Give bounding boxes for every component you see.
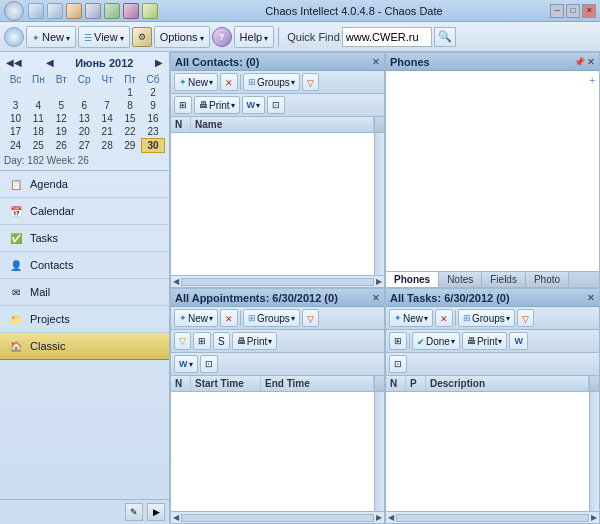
contacts-word-btn[interactable]: W ▾	[242, 96, 266, 114]
cal-day-19[interactable]: 19	[50, 125, 73, 139]
appt-export-btn[interactable]: ⊡	[200, 355, 218, 373]
cal-day-25[interactable]: 25	[27, 139, 50, 153]
appt-print-btn[interactable]: 🖶 Print ▾	[232, 332, 278, 350]
phones-pin-btn[interactable]: 📌	[574, 57, 585, 67]
contacts-scroll-track[interactable]	[181, 278, 374, 286]
contacts-close-btn[interactable]: ✕	[372, 57, 380, 67]
sidebar-item-contacts[interactable]: 👤 Contacts	[0, 252, 169, 279]
appt-delete-btn[interactable]	[220, 309, 238, 327]
appt-s-btn[interactable]: S	[213, 332, 230, 350]
tasks-new-btn[interactable]: ✦ New ▾	[389, 309, 433, 327]
cal-day-14[interactable]: 14	[96, 112, 119, 125]
contacts-print-btn[interactable]: 🖶 Print ▾	[194, 96, 240, 114]
cal-day-30-today[interactable]: 30	[142, 139, 165, 153]
cal-day-29[interactable]: 29	[119, 139, 142, 153]
cal-day-20[interactable]: 20	[73, 125, 96, 139]
sidebar-item-classic[interactable]: 🏠 Classic	[0, 333, 169, 360]
cal-day-1[interactable]: 1	[119, 86, 142, 99]
appt-word-btn[interactable]: W ▾	[174, 355, 198, 373]
sidebar-item-agenda[interactable]: 📋 Agenda	[0, 171, 169, 198]
tasks-print-btn[interactable]: 🖶 Print ▾	[462, 332, 508, 350]
cal-day-21[interactable]: 21	[96, 125, 119, 139]
quickfind-input[interactable]	[342, 27, 432, 47]
sidebar-item-tasks[interactable]: ✅ Tasks	[0, 225, 169, 252]
appointments-close-btn[interactable]: ✕	[372, 293, 380, 303]
cal-day-11[interactable]: 11	[27, 112, 50, 125]
contacts-filter-btn[interactable]	[302, 73, 319, 91]
cal-day-7[interactable]: 7	[96, 99, 119, 112]
minimize-btn[interactable]: ─	[550, 4, 564, 18]
nav-expand-btn[interactable]: ▶	[147, 503, 165, 521]
cal-day-10[interactable]: 10	[4, 112, 27, 125]
cal-day-5[interactable]: 5	[50, 99, 73, 112]
cal-day-23[interactable]: 23	[142, 125, 165, 139]
sidebar-item-calendar[interactable]: 📅 Calendar	[0, 198, 169, 225]
appt-layout-btn[interactable]: ⊞	[193, 332, 211, 350]
tasks-scroll-left[interactable]: ◀	[388, 513, 394, 522]
help-icon-btn[interactable]: ?	[212, 27, 232, 47]
search-button[interactable]: 🔍	[434, 27, 456, 47]
cal-day-13[interactable]: 13	[73, 112, 96, 125]
phones-add-icon[interactable]: +	[589, 75, 595, 86]
cal-day-27[interactable]: 27	[73, 139, 96, 153]
cal-day-16[interactable]: 16	[142, 112, 165, 125]
cal-day-26[interactable]: 26	[50, 139, 73, 153]
tasks-scroll-right[interactable]: ▶	[591, 513, 597, 522]
maximize-btn[interactable]: □	[566, 4, 580, 18]
view-button[interactable]: View	[78, 26, 130, 48]
contacts-export-btn[interactable]: ⊡	[267, 96, 285, 114]
cal-day-4[interactable]: 4	[27, 99, 50, 112]
appt-scroll-track[interactable]	[181, 514, 374, 522]
appt-filter-btn[interactable]	[302, 309, 319, 327]
options-button[interactable]: Options	[154, 26, 210, 48]
icon-btn-1[interactable]: ⚙	[132, 27, 152, 47]
appt-groups-btn[interactable]: ⊞ Groups ▾	[243, 309, 300, 327]
cal-day-12[interactable]: 12	[50, 112, 73, 125]
tasks-groups-btn[interactable]: ⊞ Groups ▾	[458, 309, 515, 327]
tasks-delete-btn[interactable]	[435, 309, 453, 327]
sidebar-item-projects[interactable]: 📁 Projects	[0, 306, 169, 333]
tasks-export-btn[interactable]: ⊡	[389, 355, 407, 373]
appt-vscrollbar[interactable]	[374, 392, 384, 511]
cal-prev-month-btn[interactable]: ◀	[44, 56, 56, 69]
app-icon-btn[interactable]	[4, 27, 24, 47]
cal-day-6[interactable]: 6	[73, 99, 96, 112]
cal-day-28[interactable]: 28	[96, 139, 119, 153]
contacts-groups-btn[interactable]: ⊞ Groups ▾	[243, 73, 300, 91]
phones-tab-phones[interactable]: Phones	[386, 272, 439, 287]
contacts-scroll-left[interactable]: ◀	[173, 277, 179, 286]
cal-day-3[interactable]: 3	[4, 99, 27, 112]
tasks-layout-btn[interactable]: ⊞	[389, 332, 407, 350]
tasks-done-btn[interactable]: Done ▾	[412, 332, 460, 350]
tasks-filter-btn[interactable]	[517, 309, 534, 327]
cal-day-22[interactable]: 22	[119, 125, 142, 139]
contacts-layout-btn[interactable]: ⊞	[174, 96, 192, 114]
phones-tab-fields[interactable]: Fields	[482, 272, 526, 287]
contacts-new-btn[interactable]: ✦ New ▾	[174, 73, 218, 91]
cal-prev-btn[interactable]: ◀◀	[4, 56, 24, 69]
cal-day-9[interactable]: 9	[142, 99, 165, 112]
tasks-scroll-track[interactable]	[396, 514, 589, 522]
tasks-vscrollbar[interactable]	[589, 392, 599, 511]
cal-day-24[interactable]: 24	[4, 139, 27, 153]
cal-day-8[interactable]: 8	[119, 99, 142, 112]
appt-new-btn[interactable]: ✦ New ▾	[174, 309, 218, 327]
sidebar-item-mail[interactable]: ✉ Mail	[0, 279, 169, 306]
cal-day-18[interactable]: 18	[27, 125, 50, 139]
help-button[interactable]: Help	[234, 26, 275, 48]
appt-scroll-right[interactable]: ▶	[376, 513, 382, 522]
phones-tab-photo[interactable]: Photo	[526, 272, 569, 287]
tasks-word-btn[interactable]: W	[509, 332, 528, 350]
nav-edit-btn[interactable]: ✎	[125, 503, 143, 521]
phones-close-btn[interactable]: ✕	[587, 57, 595, 67]
contacts-delete-btn[interactable]	[220, 73, 238, 91]
tasks-close-btn[interactable]: ✕	[587, 293, 595, 303]
cal-next-month-btn[interactable]: ▶	[153, 56, 165, 69]
contacts-scroll-right[interactable]: ▶	[376, 277, 382, 286]
cal-day-17[interactable]: 17	[4, 125, 27, 139]
phones-tab-notes[interactable]: Notes	[439, 272, 482, 287]
appt-filter2-btn[interactable]: ▽	[174, 332, 191, 350]
contacts-vscrollbar[interactable]	[374, 133, 384, 275]
appt-scroll-left[interactable]: ◀	[173, 513, 179, 522]
cal-day-15[interactable]: 15	[119, 112, 142, 125]
